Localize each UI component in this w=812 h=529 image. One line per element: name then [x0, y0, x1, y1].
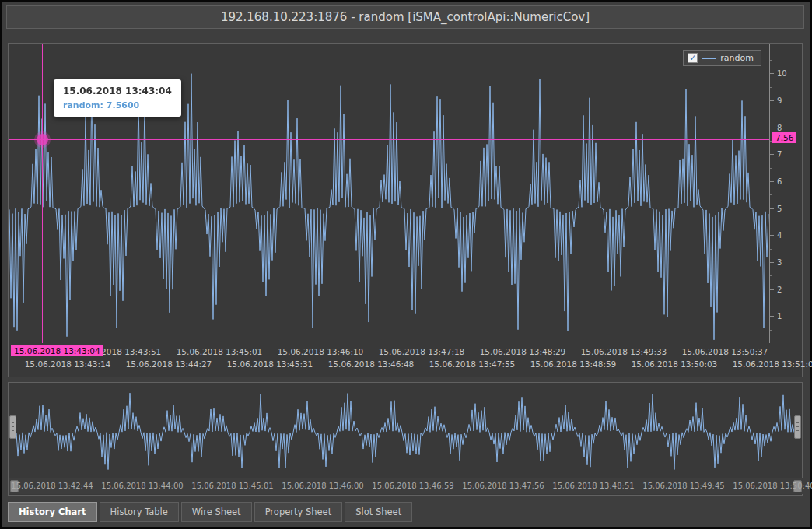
- navigator-label: 15.06.2018 13:45:01: [191, 482, 273, 490]
- y-axis-tick-label: 7: [777, 150, 782, 159]
- y-axis-minor-tick: [770, 60, 772, 61]
- crosshair-vertical-line: [42, 44, 43, 343]
- navigator-label: 15.06.2018 13:50:40: [733, 482, 812, 490]
- tab-bar: History ChartHistory TableWire SheetProp…: [8, 502, 412, 522]
- tab-property-sheet[interactable]: Property Sheet: [254, 502, 343, 522]
- x-axis-label: 15.06.2018 13:46:48: [328, 359, 415, 369]
- y-axis-tick: [770, 289, 774, 290]
- legend-label: random: [720, 53, 754, 63]
- x-axis-label: 15.06.2018 13:49:33: [581, 347, 667, 356]
- y-axis-tick: [770, 262, 774, 263]
- y-axis-minor-tick: [770, 168, 772, 169]
- crosshair-x-value-badge: 15.06.2018 13:43:04: [11, 345, 103, 356]
- navigator-canvas[interactable]: [16, 386, 794, 475]
- tooltip-timestamp: 15.06.2018 13:43:04: [63, 86, 172, 96]
- y-axis-tick: [770, 100, 774, 101]
- navigator-left-handle[interactable]: [9, 415, 16, 439]
- y-axis-tick: [770, 154, 774, 155]
- main-chart-panel: 12345678910 ✓ random 15.06.2018 13:43:04…: [8, 43, 803, 377]
- navigator-label: 15.06.2018 13:46:00: [282, 482, 363, 490]
- x-axis-label: 15.06.2018 13:44:27: [126, 359, 212, 369]
- tooltip-value: random: 7.5600: [63, 100, 172, 110]
- x-axis-label: 15.06.2018 13:47:55: [429, 359, 516, 369]
- x-axis-label: 15.06.2018 13:47:18: [379, 347, 465, 356]
- y-axis-tick: [770, 208, 774, 209]
- x-axis-label: 15.06.2018 13:48:29: [480, 347, 566, 356]
- crosshair-point: [37, 134, 48, 145]
- y-axis-minor-tick: [770, 87, 772, 88]
- y-axis-tick: [770, 316, 774, 317]
- y-axis-tick-label: 9: [777, 96, 782, 104]
- navigator-label: 15.06.2018 13:48:51: [552, 482, 634, 490]
- navigator-label: 15.06.2018 13:49:45: [642, 482, 724, 490]
- y-axis-minor-tick: [770, 194, 772, 195]
- y-axis-tick-label: 5: [777, 204, 782, 212]
- y-axis-tick-label: 1: [777, 312, 782, 321]
- navigator-right-handle[interactable]: [794, 415, 801, 439]
- title-bar: 192.168.10.223:1876 - random [iSMA_contr…: [6, 5, 804, 29]
- y-axis-minor-tick: [770, 114, 772, 114]
- x-axis-label: 15.06.2018 13:43:14: [25, 359, 111, 369]
- navigator-label: 15.06.2018 13:47:56: [462, 482, 544, 490]
- navigator-axis-labels: 15.06.2018 13:42:4415.06.2018 13:44:0015…: [9, 478, 803, 494]
- x-axis-label: 15.06.2018 13:51:07: [733, 359, 812, 369]
- x-axis-label: 15.06.2018 13:45:01: [177, 347, 263, 356]
- y-axis-tick-label: 2: [777, 285, 782, 293]
- y-axis-tick-label: 4: [777, 231, 782, 240]
- tab-wire-sheet[interactable]: Wire Sheet: [181, 502, 252, 522]
- tab-history-chart[interactable]: History Chart: [8, 502, 97, 522]
- x-axis-label: 15.06.2018 13:45:31: [227, 359, 313, 369]
- y-axis-tick: [770, 235, 774, 236]
- y-axis-tick: [770, 181, 774, 182]
- crosshair-horizontal-line: [9, 139, 769, 140]
- y-axis-tick: [770, 128, 774, 128]
- x-axis-label: 15.06.2018 13:46:10: [278, 347, 364, 356]
- tooltip: 15.06.2018 13:43:04 random: 7.5600: [54, 79, 181, 117]
- y-axis: 12345678910: [769, 44, 802, 343]
- y-axis-tick: [770, 73, 774, 74]
- legend-line-sample: [702, 58, 716, 59]
- x-axis-label: 15.06.2018 13:50:03: [632, 359, 718, 369]
- window-title: 192.168.10.223:1876 - random [iSMA_contr…: [221, 10, 590, 24]
- tab-slot-sheet[interactable]: Slot Sheet: [345, 502, 412, 522]
- legend-checkbox[interactable]: ✓: [688, 53, 698, 63]
- y-axis-minor-tick: [770, 222, 772, 222]
- y-axis-tick-label: 3: [777, 257, 782, 266]
- app-window: 192.168.10.223:1876 - random [iSMA_contr…: [2, 2, 810, 527]
- y-axis-tick-label: 6: [777, 177, 782, 185]
- x-axis-label: 15.06.2018 13:48:59: [530, 359, 617, 369]
- x-axis-labels: 15.06.2018 13:43:04 15.06.2018 13:43:511…: [9, 345, 803, 376]
- y-axis-minor-tick: [770, 303, 772, 303]
- y-axis-minor-tick: [770, 249, 772, 250]
- y-axis-minor-tick: [770, 330, 772, 331]
- x-axis-label: 15.06.2018 13:50:37: [682, 347, 768, 356]
- y-axis-tick-label: 10: [777, 69, 787, 78]
- y-axis-tick-label: 8: [777, 123, 782, 131]
- y-axis-minor-tick: [770, 275, 772, 276]
- crosshair-y-value-badge: 7.56: [772, 132, 796, 143]
- legend[interactable]: ✓ random: [683, 50, 761, 66]
- navigator-label: 15.06.2018 13:46:59: [372, 482, 453, 490]
- tab-history-table[interactable]: History Table: [100, 502, 179, 522]
- navigator-label: 15.06.2018 13:42:44: [11, 482, 93, 490]
- navigator-label: 15.06.2018 13:44:00: [101, 482, 183, 490]
- navigator-panel: 15.06.2018 13:42:4415.06.2018 13:44:0015…: [8, 382, 803, 496]
